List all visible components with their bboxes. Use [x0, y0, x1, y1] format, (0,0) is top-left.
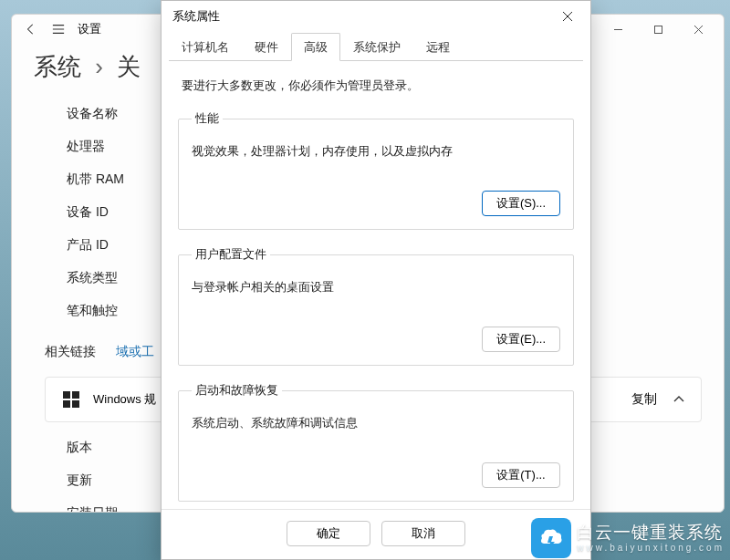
watermark-url: www.baiyunxitong.com: [577, 543, 725, 553]
breadcrumb-about: 关: [117, 53, 141, 80]
minimize-button[interactable]: [598, 16, 638, 42]
svg-rect-0: [654, 26, 662, 33]
back-button[interactable]: [17, 16, 45, 42]
close-settings-button[interactable]: [678, 16, 718, 42]
tab-hardware[interactable]: 硬件: [242, 33, 291, 61]
user-profile-group: 用户配置文件 与登录帐户相关的桌面设置 设置(E)...: [178, 246, 574, 366]
tab-remote[interactable]: 远程: [413, 33, 463, 61]
windows-icon: [62, 390, 80, 409]
watermark-text: 白云一键重装系统: [577, 524, 725, 543]
system-properties-dialog: 系统属性 计算机名 硬件 高级 系统保护 远程 要进行大多数更改，你必须作为管理…: [161, 0, 591, 560]
related-label: 相关链接: [45, 344, 96, 358]
tab-computer-name[interactable]: 计算机名: [169, 33, 242, 61]
svg-rect-4: [72, 400, 79, 408]
menu-button[interactable]: [45, 16, 72, 42]
chevron-up-icon: [673, 396, 684, 403]
ok-button[interactable]: 确定: [287, 521, 370, 546]
startup-recovery-group: 启动和故障恢复 系统启动、系统故障和调试信息 设置(T)...: [178, 382, 574, 502]
dialog-footer: 确定 取消: [162, 509, 590, 559]
svg-rect-1: [63, 391, 70, 399]
dialog-tabs: 计算机名 硬件 高级 系统保护 远程: [162, 32, 590, 60]
startup-legend: 启动和故障恢复: [192, 382, 282, 399]
cancel-button[interactable]: 取消: [381, 521, 465, 546]
watermark: 白云一键重装系统 www.baiyunxitong.com: [531, 518, 725, 558]
dialog-title: 系统属性: [172, 8, 220, 25]
svg-rect-2: [72, 391, 79, 399]
dialog-body: 要进行大多数更改，你必须作为管理员登录。 性能 视觉效果，处理器计划，内存使用，…: [162, 61, 590, 509]
startup-settings-button[interactable]: 设置(T)...: [482, 462, 560, 488]
copy-button[interactable]: 复制: [631, 391, 657, 408]
close-dialog-button[interactable]: [548, 4, 587, 29]
startup-desc: 系统启动、系统故障和调试信息: [192, 415, 560, 431]
performance-desc: 视觉效果，处理器计划，内存使用，以及虚拟内存: [192, 143, 560, 160]
performance-settings-button[interactable]: 设置(S)...: [482, 191, 560, 216]
user-profile-desc: 与登录帐户相关的桌面设置: [192, 279, 560, 296]
watermark-icon: [531, 518, 571, 558]
maximize-button[interactable]: [638, 16, 678, 42]
performance-group: 性能 视觉效果，处理器计划，内存使用，以及虚拟内存 设置(S)...: [178, 110, 574, 230]
breadcrumb-separator: ›: [95, 53, 103, 80]
tab-advanced[interactable]: 高级: [291, 33, 340, 61]
user-profile-settings-button[interactable]: 设置(E)...: [482, 327, 560, 352]
window-controls: [598, 16, 718, 42]
domain-link[interactable]: 域或工: [116, 344, 154, 358]
windows-spec-label: Windows 规: [93, 391, 156, 408]
breadcrumb-system[interactable]: 系统: [34, 53, 81, 80]
user-profile-legend: 用户配置文件: [192, 246, 270, 263]
admin-notice: 要进行大多数更改，你必须作为管理员登录。: [182, 78, 570, 94]
performance-legend: 性能: [192, 110, 223, 127]
tab-system-protection[interactable]: 系统保护: [340, 33, 413, 61]
settings-app-title: 设置: [78, 21, 101, 37]
svg-rect-3: [63, 400, 70, 408]
dialog-titlebar: 系统属性: [162, 1, 590, 32]
